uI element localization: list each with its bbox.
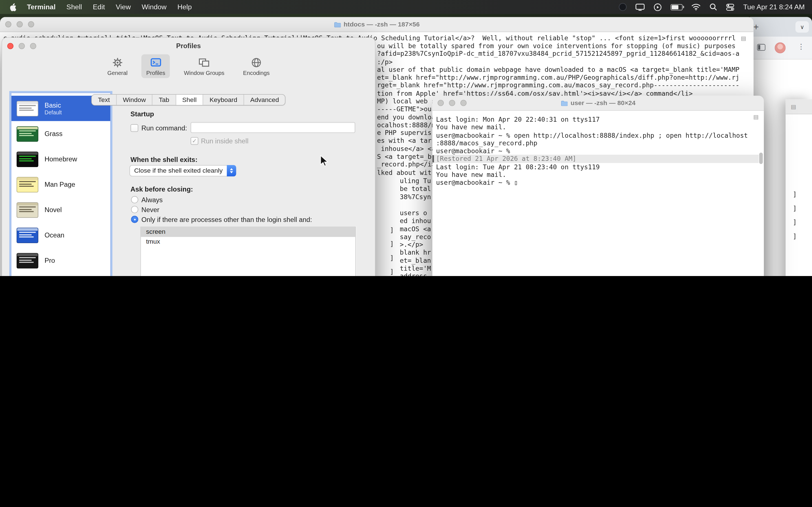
- menu-bar-clock[interactable]: Tue Apr 21 8:24 AM: [743, 3, 805, 11]
- strip-text: ]]]]: [793, 187, 797, 243]
- run-command-label: Run command:: [141, 124, 187, 132]
- playback-icon[interactable]: [654, 3, 662, 11]
- profile-row-homebrew[interactable]: Homebrew: [11, 147, 110, 172]
- profile-row-red-sands[interactable]: Red Sands: [11, 273, 110, 276]
- search-icon[interactable]: [710, 3, 718, 11]
- globe-icon: [250, 56, 262, 69]
- menu-window[interactable]: Window: [142, 3, 167, 11]
- menu-shell[interactable]: Shell: [66, 3, 82, 11]
- terminal-line: user@macbookair ~ % ▯: [433, 179, 759, 186]
- profile-name: Pro: [45, 257, 55, 265]
- profile-row-pro[interactable]: Pro: [11, 248, 110, 273]
- terminal-line: >.</p>: [400, 240, 431, 248]
- terminal-line: user@macbookair ~ %: [433, 147, 759, 155]
- terminal-line: ]: [390, 268, 394, 276]
- run-command-field[interactable]: [191, 122, 355, 133]
- tab[interactable]: Shell: [176, 95, 203, 105]
- terminal-line: rget=_blank href="http://www.rjmprogramm…: [377, 81, 740, 89]
- battery-icon[interactable]: [671, 4, 682, 10]
- desktop: + ∨ ⋮ ▤ ]]]] htdocs — -zsh — 187×56: [0, 0, 812, 276]
- terminal-line: :/p>: [377, 58, 740, 66]
- minimize-button[interactable]: [449, 100, 455, 106]
- terminal-line: You have new mail.: [433, 171, 759, 179]
- toolbar-item-encodings[interactable]: Encodings: [239, 54, 274, 78]
- control-center-icon[interactable]: [726, 3, 734, 11]
- terminal-line: ]: [793, 229, 797, 243]
- toolbar-item-profiles[interactable]: Profiles: [142, 54, 170, 78]
- run-command-checkbox[interactable]: [131, 124, 139, 132]
- terminal-line: Last login: Tue Apr 21 08:23:40 on ttys1…: [433, 163, 759, 171]
- profile-name: Novel: [45, 206, 62, 214]
- tab-overview-button[interactable]: ∨: [795, 21, 809, 33]
- browser-menu-icon[interactable]: ⋮: [798, 43, 805, 51]
- close-button[interactable]: [5, 21, 11, 27]
- run-inside-shell-checkbox[interactable]: ✓: [191, 137, 199, 145]
- radio-always[interactable]: [131, 196, 139, 203]
- profile-list: Basic Default Grass: [11, 93, 111, 276]
- toolbar-item-general[interactable]: General: [103, 54, 132, 78]
- minimize-button[interactable]: [17, 21, 23, 27]
- profile-thumbnail: [17, 202, 38, 217]
- window-title: htdocs — -zsh — 187×56: [344, 20, 420, 28]
- htdocs-titlebar[interactable]: htdocs — -zsh — 187×56: [0, 17, 753, 32]
- terminal-profile-icon: [149, 56, 162, 69]
- terminal-line: ]: [390, 240, 394, 248]
- terminal-line: You have new mail.: [433, 123, 759, 131]
- radio-never[interactable]: [131, 206, 139, 213]
- zoom-button[interactable]: [460, 100, 467, 106]
- profile-text: Basic Default: [45, 101, 62, 115]
- menu-help[interactable]: Help: [177, 3, 192, 11]
- profile-row-grass[interactable]: Grass: [11, 121, 110, 147]
- user-titlebar[interactable]: user — -zsh — 80×24: [433, 96, 764, 111]
- radio-never-label: Never: [141, 206, 159, 214]
- terminal-line: users o: [400, 209, 431, 217]
- terminal-line: Last login: Mon Apr 20 22:40:31 on ttys1…: [433, 115, 759, 123]
- status-app-icon[interactable]: [619, 3, 627, 11]
- terminal-line: ]: [390, 254, 394, 262]
- terminal-line: ]: [793, 187, 797, 202]
- tab[interactable]: Window: [117, 95, 153, 105]
- window-title-wrap: user — -zsh — 80×24: [561, 100, 636, 107]
- terminal-line: say_reco: [400, 233, 431, 240]
- folder-icon: [334, 21, 341, 27]
- terminal-line: ocalhost:8888/m: [377, 121, 435, 129]
- terminal-line: ]: [793, 215, 797, 229]
- terminal-text-block: MP) local web s-----GETME">ourend you do…: [377, 97, 435, 176]
- display-icon[interactable]: [636, 3, 645, 11]
- terminal-line: lked about wit: [377, 168, 435, 176]
- profile-name: Basic: [45, 101, 62, 109]
- process-list-item[interactable]: tmux: [141, 237, 355, 247]
- profile-text: Man Page: [45, 180, 75, 188]
- tab[interactable]: Text: [92, 95, 117, 105]
- profile-row-man-page[interactable]: Man Page: [11, 172, 110, 197]
- radio-only-if[interactable]: [131, 216, 139, 223]
- toolbar-item-window-groups[interactable]: Window Groups: [179, 54, 229, 78]
- user-vscrollbar[interactable]: [759, 153, 763, 164]
- tab[interactable]: Keyboard: [203, 95, 244, 105]
- profile-avatar[interactable]: [775, 43, 786, 54]
- apple-menu[interactable]: [9, 3, 16, 11]
- terminal-line: al user of that public domain webpage ha…: [377, 66, 740, 73]
- window-title: Profiles: [2, 42, 375, 50]
- shell-exit-popup[interactable]: Close if the shell exited cleanly: [130, 165, 236, 176]
- close-button[interactable]: [438, 100, 444, 106]
- profile-text: Pro: [45, 257, 55, 265]
- zoom-button[interactable]: [28, 21, 34, 27]
- radio-always-label: Always: [141, 196, 163, 204]
- wifi-icon[interactable]: [691, 4, 701, 10]
- profile-row-ocean[interactable]: Ocean: [11, 223, 110, 248]
- profile-row-novel[interactable]: Novel: [11, 197, 110, 223]
- app-menu-terminal[interactable]: Terminal: [27, 3, 56, 11]
- menu-view[interactable]: View: [116, 3, 131, 11]
- sidebar-icon[interactable]: [757, 44, 765, 51]
- tab[interactable]: Advanced: [244, 95, 285, 105]
- menu-edit[interactable]: Edit: [93, 3, 105, 11]
- popup-stepper-icon: [227, 165, 236, 176]
- terminal-line: _record.php</i>: [377, 161, 435, 168]
- startup-heading: Startup: [131, 110, 154, 118]
- tab[interactable]: Tab: [153, 95, 176, 105]
- background-window-strip: ▤ ]]]]: [785, 100, 812, 276]
- profile-thumbnail: [17, 151, 38, 167]
- process-list-item[interactable]: screen: [141, 227, 355, 237]
- terminal-line: uling Tu: [400, 177, 431, 185]
